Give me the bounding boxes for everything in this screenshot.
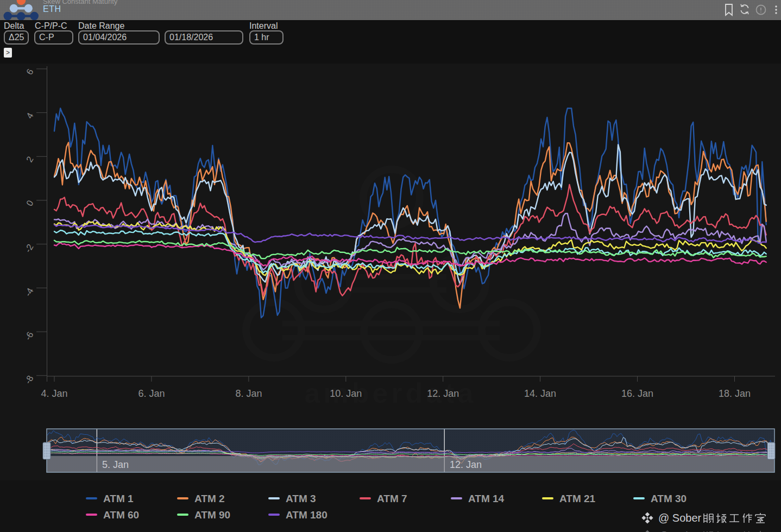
- svg-text:12. Jan: 12. Jan: [450, 459, 482, 470]
- svg-text:6. Jan: 6. Jan: [138, 388, 165, 399]
- svg-text:16. Jan: 16. Jan: [621, 388, 653, 399]
- svg-text:8. Jan: 8. Jan: [235, 388, 262, 399]
- svg-text:18. Jan: 18. Jan: [719, 388, 751, 399]
- svg-text:10. Jan: 10. Jan: [330, 388, 362, 399]
- svg-text:5. Jan: 5. Jan: [102, 459, 129, 470]
- svg-text:4. Jan: 4. Jan: [41, 388, 67, 399]
- svg-text:14. Jan: 14. Jan: [524, 388, 556, 399]
- svg-text:12. Jan: 12. Jan: [427, 388, 459, 399]
